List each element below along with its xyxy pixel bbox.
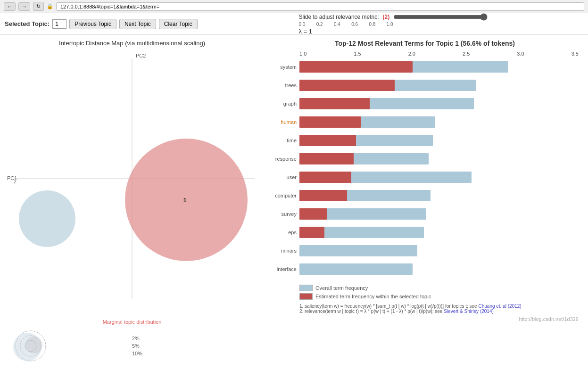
marginal-content: 2% 5% 10%: [5, 327, 259, 365]
bars-container: [299, 262, 583, 277]
legend-box-blue: [299, 285, 313, 291]
footnote-1: 1. saliency(term w) = frequency(w) * [su…: [299, 304, 583, 309]
legend-area: Overall term frequency Estimated term fr…: [299, 285, 583, 300]
bar-row: interface: [266, 261, 583, 278]
legend-label-red: Estimated term frequency within the sele…: [315, 294, 431, 299]
bar-row: human: [266, 114, 583, 131]
lambda-row: λ = 1: [299, 27, 313, 35]
bar-term-label: interface: [266, 266, 299, 272]
bar-row: response: [266, 150, 583, 167]
bar-fg: [299, 153, 354, 164]
url-bar[interactable]: [56, 2, 584, 11]
bar-row: computer: [266, 187, 583, 204]
bars-container: [299, 115, 583, 130]
forward-button[interactable]: →: [18, 2, 30, 11]
bars-container: [299, 96, 583, 111]
footnote-2: 2. relevance(term w | topic t) = λ * p(w…: [299, 309, 583, 314]
marginal-legend: 2% 5% 10%: [132, 336, 142, 356]
bars-container: [299, 170, 583, 185]
legend-overall-frequency: Overall term frequency: [299, 285, 583, 291]
prev-topic-button[interactable]: Previous Topic: [69, 19, 116, 29]
intertopic-map-title: Intertopic Distance Map (via multidimens…: [5, 40, 259, 47]
relevance-row: Slide to adjust relevance metric: (2): [299, 13, 488, 21]
bar-row: minors: [266, 242, 583, 259]
relevance-slider[interactable]: [393, 13, 488, 21]
bars-container: [299, 188, 583, 203]
bar-chart: systemtreesgraphhumantimeresponseusercom…: [266, 58, 583, 278]
watermark: http://blog.csdn.net/1d326: [266, 314, 583, 322]
x-axis-labels: 1.0 1.5 2.0 2.5 3.0 3.5: [299, 51, 579, 57]
browser-chrome: ← → ↻ 🔒: [0, 0, 588, 13]
bar-fg: [299, 61, 413, 73]
bar-row: trees: [266, 77, 583, 94]
bar-fg: [299, 190, 347, 201]
bar-bg: [299, 245, 417, 256]
topic-input[interactable]: [52, 19, 66, 29]
marginal-item: 10%: [132, 351, 142, 356]
bar-fg: [299, 227, 324, 238]
bar-term-label: graph: [266, 101, 299, 107]
back-button[interactable]: ←: [4, 2, 16, 11]
bar-term-label: minors: [266, 248, 299, 254]
bars-container: [299, 225, 583, 240]
bar-fg: [299, 116, 361, 128]
bars-container: [299, 206, 583, 222]
bar-row: time: [266, 132, 583, 149]
bars-container: [299, 151, 583, 166]
bar-row: eps: [266, 224, 583, 241]
right-controls: Slide to adjust relevance metric: (2) 0.…: [290, 13, 584, 35]
marginal-section: Marginal topic distribution 2% 5%: [5, 319, 259, 365]
bar-term-label: survey: [266, 211, 299, 217]
marginal-item: 5%: [132, 343, 142, 349]
bar-row: graph: [266, 95, 583, 112]
main-content: Intertopic Distance Map (via multidimens…: [0, 35, 588, 386]
selected-topic-label: Selected Topic:: [5, 20, 50, 27]
slider-container: [393, 13, 488, 21]
bar-fg: [299, 208, 327, 220]
bars-container: [299, 78, 583, 93]
next-topic-button[interactable]: Next Topic: [119, 19, 156, 29]
slider-ticks: 0.0 0.2 0.4 0.6 0.8 1.0: [299, 22, 393, 27]
bar-fg: [299, 98, 370, 109]
chuang-link[interactable]: Chuang et. al (2012): [478, 304, 521, 309]
bar-term-label: time: [266, 138, 299, 143]
legend-box-red: [299, 293, 313, 300]
relevance-note: (2): [383, 14, 390, 20]
refresh-button[interactable]: ↻: [33, 2, 44, 11]
legend-label-blue: Overall term frequency: [315, 285, 368, 291]
top-controls: Selected Topic: Previous Topic Next Topi…: [0, 13, 588, 35]
clear-topic-button[interactable]: Clear Topic: [159, 19, 198, 29]
left-panel: Intertopic Distance Map (via multidimens…: [0, 35, 264, 386]
marginal-title: Marginal topic distribution: [5, 319, 259, 325]
topic2-circle[interactable]: [19, 190, 75, 247]
bar-term-label: human: [266, 119, 299, 125]
bars-container: [299, 243, 583, 258]
bars-container: [299, 133, 583, 148]
sievert-link[interactable]: Sievert & Shirley (2014): [444, 309, 494, 314]
bar-term-label: system: [266, 64, 299, 70]
bar-term-label: user: [266, 174, 299, 180]
right-panel: Top-12 Most Relevant Terms for Topic 1 (…: [264, 35, 588, 386]
bar-term-label: response: [266, 156, 299, 162]
bar-fg: [299, 135, 356, 146]
bar-fg: [299, 172, 351, 183]
left-controls: Selected Topic: Previous Topic Next Topi…: [5, 19, 290, 29]
relevance-slide-label: Slide to adjust relevance metric:: [299, 14, 379, 20]
marginal-item: 2%: [132, 336, 142, 341]
bar-term-label: computer: [266, 193, 299, 198]
chart-title: Top-12 Most Relevant Terms for Topic 1 (…: [266, 40, 583, 47]
svg-point-10: [25, 337, 42, 353]
bar-bg: [299, 263, 413, 275]
lambda-label: λ = 1: [299, 28, 313, 35]
legend-estimated-frequency: Estimated term frequency within the sele…: [299, 293, 583, 300]
footnotes: 1. saliency(term w) = frequency(w) * [su…: [299, 304, 583, 314]
svg-text:2: 2: [14, 180, 16, 184]
bar-fg: [299, 80, 395, 91]
bar-row: system: [266, 58, 583, 75]
bar-row: survey: [266, 205, 583, 222]
svg-text:PC2: PC2: [136, 53, 146, 58]
bar-row: user: [266, 169, 583, 186]
svg-text:1: 1: [183, 197, 186, 204]
bar-term-label: trees: [266, 82, 299, 88]
intertopic-map-svg[interactable]: PC2 PC1 2 1: [5, 49, 259, 313]
